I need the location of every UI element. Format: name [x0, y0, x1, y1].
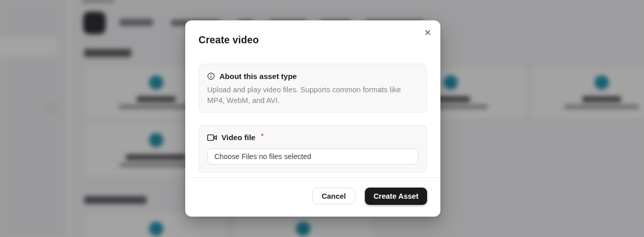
create-asset-button[interactable]: Create Asset [365, 188, 427, 205]
modal-footer: Cancel Create Asset [185, 177, 440, 217]
create-video-modal: Create video ✕ About this asset type Upl… [185, 20, 440, 217]
about-asset-type-panel: About this asset type Upload and play vi… [199, 64, 427, 113]
close-icon[interactable]: ✕ [421, 27, 434, 40]
video-file-input[interactable]: Choose Files no files selected [207, 148, 418, 165]
required-marker: * [261, 132, 263, 140]
video-file-panel: Video file * Choose Files no files selec… [199, 125, 427, 173]
modal-title: Create video [199, 34, 259, 46]
info-panel-title: About this asset type [219, 72, 297, 81]
info-panel-description: Upload and play video files. Supports co… [207, 85, 419, 106]
info-circle-icon [207, 72, 215, 80]
video-camera-icon [207, 134, 217, 141]
video-file-label: Video file [221, 133, 255, 142]
cancel-button[interactable]: Cancel [312, 188, 355, 204]
